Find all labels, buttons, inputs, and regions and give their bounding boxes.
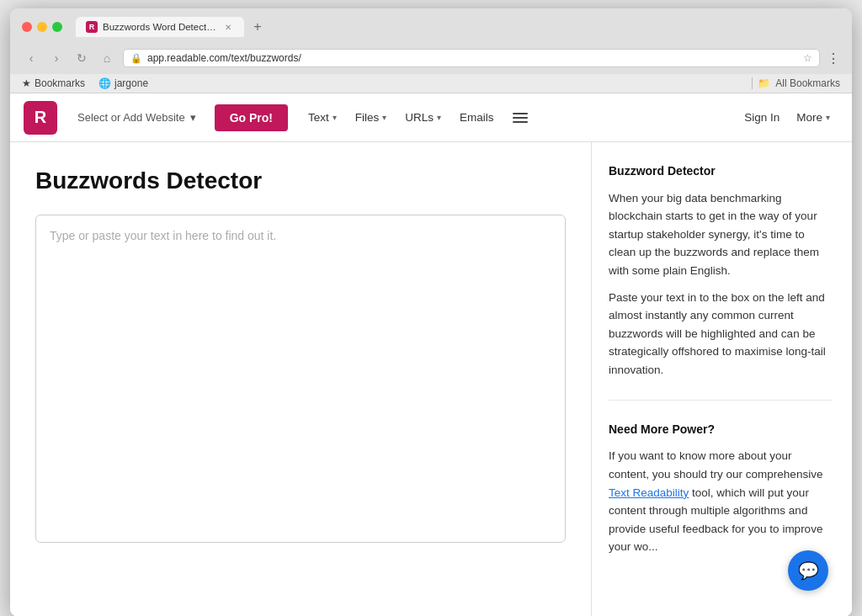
nav-text[interactable]: Text ▾ — [300, 106, 345, 129]
nav-urls-label: URLs — [405, 111, 434, 124]
nav-more-label: More — [796, 111, 822, 124]
forward-button[interactable]: › — [47, 49, 66, 67]
section2-paragraph1: If you want to know more about your cont… — [609, 447, 832, 556]
active-tab[interactable]: R Buzzwords Word Detector - ✕ — [76, 17, 244, 37]
nav-urls[interactable]: URLs ▾ — [396, 106, 450, 129]
nav-items: Text ▾ Files ▾ URLs ▾ Emails — [300, 106, 736, 129]
nav-files[interactable]: Files ▾ — [347, 106, 396, 129]
text-input[interactable] — [35, 215, 566, 543]
bookmarks-bar: ★ Bookmarks 🌐 jargone 📁 All Bookmarks — [10, 74, 852, 93]
tab-close-icon[interactable]: ✕ — [222, 23, 234, 32]
sign-in-button[interactable]: Sign In — [736, 106, 788, 129]
section2-text-before: If you want to know more about your cont… — [609, 449, 822, 481]
main-content: Buzzwords Detector Buzzword Detector Whe… — [10, 142, 852, 616]
url-display: app.readable.com/text/buzzwords/ — [147, 52, 798, 64]
tab-bar: R Buzzwords Word Detector - ✕ + — [76, 17, 840, 37]
section2-title: Need More Power? — [609, 421, 832, 439]
bookmark-star-icon[interactable]: ☆ — [803, 52, 812, 64]
more-chevron-icon: ▾ — [826, 113, 830, 122]
left-panel: Buzzwords Detector — [10, 142, 591, 616]
close-button[interactable] — [22, 22, 32, 32]
nav-files-label: Files — [355, 111, 380, 124]
hamburger-menu[interactable] — [504, 108, 536, 128]
urls-chevron-icon: ▾ — [437, 113, 441, 122]
fullscreen-button[interactable] — [52, 22, 62, 32]
new-tab-button[interactable]: + — [247, 17, 268, 37]
jargone-label: jargone — [114, 77, 148, 89]
star-icon: ★ — [22, 77, 31, 89]
website-selector-label: Select or Add Website — [77, 111, 185, 124]
page-title: Buzzwords Detector — [35, 167, 566, 194]
chat-bubble-button[interactable]: 💬 — [788, 550, 828, 591]
lock-icon: 🔒 — [130, 53, 142, 64]
browser-more-button[interactable]: ⋮ — [827, 50, 840, 66]
nav-text-label: Text — [308, 111, 329, 124]
text-chevron-icon: ▾ — [333, 113, 337, 122]
tab-favicon: R — [86, 21, 98, 33]
back-button[interactable]: ‹ — [22, 49, 40, 67]
bookmark-globe-icon: 🌐 — [98, 77, 111, 89]
text-readability-link[interactable]: Text Readability — [609, 486, 689, 499]
divider — [752, 77, 753, 89]
right-panel: Buzzword Detector When your big data ben… — [591, 142, 852, 616]
section1-paragraph2: Paste your text in to the box on the lef… — [609, 289, 832, 380]
traffic-lights — [22, 22, 62, 32]
website-selector-chevron: ▾ — [190, 111, 196, 124]
address-bar: ‹ › ↻ ⌂ 🔒 app.readable.com/text/buzzword… — [10, 44, 852, 74]
home-button[interactable]: ⌂ — [98, 49, 116, 67]
bookmarks-right: 📁 All Bookmarks — [752, 77, 840, 89]
section1-title: Buzzword Detector — [609, 162, 832, 181]
section1-paragraph1: When your big data benchmarking blockcha… — [609, 189, 832, 280]
all-bookmarks-label[interactable]: All Bookmarks — [775, 77, 840, 89]
app-nav: R Select or Add Website ▾ Go Pro! Text ▾… — [10, 93, 852, 142]
folder-icon: 📁 — [758, 77, 770, 89]
website-selector[interactable]: Select or Add Website ▾ — [71, 111, 203, 124]
tab-title: Buzzwords Word Detector - — [103, 22, 217, 32]
go-pro-button[interactable]: Go Pro! — [215, 104, 288, 131]
address-input-wrap[interactable]: 🔒 app.readable.com/text/buzzwords/ ☆ — [123, 49, 820, 67]
files-chevron-icon: ▾ — [382, 113, 386, 122]
buzzword-section: Buzzword Detector When your big data ben… — [609, 162, 832, 401]
bookmarks-text: Bookmarks — [35, 77, 85, 89]
app-logo[interactable]: R — [24, 101, 57, 135]
nav-more[interactable]: More ▾ — [788, 106, 838, 129]
nav-emails-label: Emails — [460, 111, 494, 124]
minimize-button[interactable] — [37, 22, 47, 32]
jargone-bookmark[interactable]: 🌐 jargone — [98, 77, 148, 89]
refresh-button[interactable]: ↻ — [72, 49, 91, 67]
bookmarks-label[interactable]: ★ Bookmarks — [22, 77, 85, 89]
nav-emails[interactable]: Emails — [451, 106, 503, 129]
